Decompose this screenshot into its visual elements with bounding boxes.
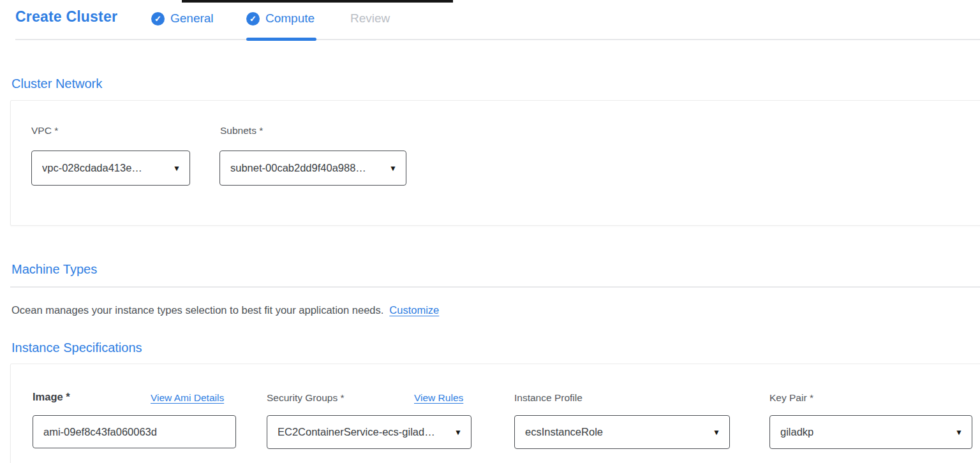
caret-down-icon: ▼ [173, 164, 181, 173]
page-title: Create Cluster [15, 8, 117, 26]
image-label: Image * [33, 391, 70, 403]
security-groups-select[interactable]: EC2ContainerService-ecs-gilad… ▼ [267, 415, 471, 449]
caret-down-icon: ▼ [454, 428, 462, 437]
section-heading-machine-types: Machine Types [11, 262, 97, 277]
active-tab-underline [246, 38, 316, 41]
section-heading-cluster-network: Cluster Network [11, 77, 102, 91]
caret-down-icon: ▼ [955, 428, 963, 437]
instance-profile-label: Instance Profile [514, 392, 583, 404]
tab-general-label: General [170, 11, 214, 26]
machine-types-divider [10, 286, 980, 288]
tab-review[interactable]: Review [350, 10, 390, 27]
instance-profile-select[interactable]: ecsInstanceRole ▼ [514, 415, 730, 449]
caret-down-icon: ▼ [389, 164, 397, 173]
header-divider [15, 39, 980, 40]
security-groups-label: Security Groups * [267, 392, 344, 404]
tab-general[interactable]: ✓ General [151, 10, 214, 27]
cluster-network-card: VPC * vpc-028cdada413e… ▼ Subnets * subn… [10, 100, 980, 226]
vpc-select[interactable]: vpc-028cdada413e… ▼ [31, 151, 190, 186]
check-circle-icon: ✓ [246, 12, 260, 26]
view-ami-details-link[interactable]: View Ami Details [151, 392, 224, 404]
machine-types-description-text: Ocean manages your instance types select… [11, 304, 383, 316]
instance-specifications-card: Image * View Ami Details Security Groups… [10, 364, 980, 463]
subnets-label: Subnets * [220, 125, 263, 136]
tab-review-label: Review [350, 11, 390, 26]
machine-types-description: Ocean manages your instance types select… [11, 304, 439, 316]
customize-link[interactable]: Customize [389, 304, 439, 316]
tab-compute-label: Compute [265, 11, 315, 26]
key-pair-select[interactable]: giladkp ▼ [769, 415, 972, 449]
subnets-select[interactable]: subnet-00cab2dd9f40a988… ▼ [219, 151, 406, 186]
ami-image-input[interactable] [33, 415, 236, 448]
check-circle-icon: ✓ [151, 12, 165, 26]
section-heading-instance-specifications: Instance Specifications [11, 341, 142, 355]
key-pair-label: Key Pair * [769, 392, 813, 404]
top-edge-strip [182, 0, 453, 3]
caret-down-icon: ▼ [713, 428, 720, 437]
view-rules-link[interactable]: View Rules [414, 392, 463, 404]
tab-compute[interactable]: ✓ Compute [246, 10, 315, 27]
vpc-label: VPC * [31, 125, 58, 136]
